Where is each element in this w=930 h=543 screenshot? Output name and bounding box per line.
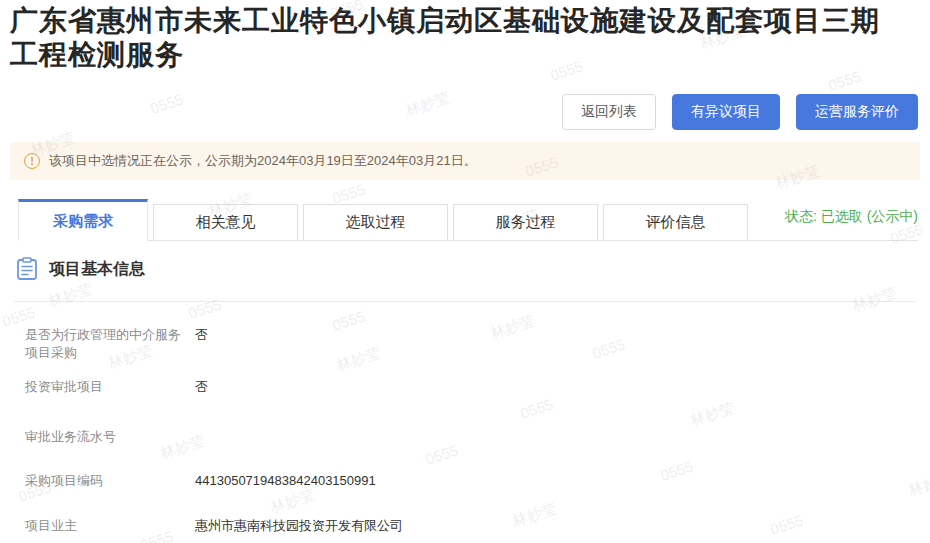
field-row-approval-serial-number: 审批业务流水号 [25,428,910,446]
tab-procurement-requirements[interactable]: 采购需求 [18,199,148,241]
back-to-list-button[interactable]: 返回列表 [562,94,656,130]
tab-related-opinions[interactable]: 相关意见 [153,204,298,240]
watermark: 林妙莹 [46,280,95,312]
publicity-alert: ! 该项目中选情况正在公示，公示期为2024年03月19日至2024年03月21… [10,142,920,180]
field-label: 是否为行政管理的中介服务项目采购 [25,326,195,362]
section-title: 项目基本信息 [49,259,145,280]
watermark: 林妙莹 [403,89,452,121]
field-label: 投资审批项目 [25,378,195,396]
field-row-procurement-project-code: 采购项目编码 4413050719483842403150991 [25,472,910,490]
field-row-intermediary-procurement: 是否为行政管理的中介服务项目采购 否 [25,326,910,362]
clipboard-icon [16,257,38,281]
tab-service-process[interactable]: 服务过程 [453,204,598,240]
field-value: 否 [195,378,208,396]
tab-bar: 采购需求 相关意见 选取过程 服务过程 评价信息 状态: 已选取 (公示中) [18,199,918,241]
project-detail-page: 广东省惠州市未来工业特色小镇启动区基础设施建设及配套项目三期工程检测服务 返回列… [0,0,930,543]
toolbar: 返回列表 有异议项目 运营服务评价 [562,94,918,130]
dispute-project-button[interactable]: 有异议项目 [672,94,780,130]
tab-selection-process[interactable]: 选取过程 [303,204,448,240]
watermark: 0555 [148,90,185,116]
watermark: 0555 [186,295,223,321]
field-row-project-owner: 项目业主 惠州市惠南科技园投资开发有限公司 [25,517,910,535]
alert-text: 该项目中选情况正在公示，公示期为2024年03月19日至2024年03月21日。 [49,152,477,170]
exclamation-circle-icon: ! [24,153,40,169]
field-label: 审批业务流水号 [25,428,195,446]
field-label: 采购项目编码 [25,472,195,490]
section-header-basic-info: 项目基本信息 [16,257,145,281]
status-badge: 状态: 已选取 (公示中) [785,208,918,232]
watermark: 林妙莹 [850,284,899,316]
section-divider [14,301,916,302]
field-value: 惠州市惠南科技园投资开发有限公司 [195,517,403,535]
page-title: 广东省惠州市未来工业特色小镇启动区基础设施建设及配套项目三期工程检测服务 [10,4,884,72]
field-value: 否 [195,326,208,344]
tab-evaluation-info[interactable]: 评价信息 [603,204,748,240]
service-evaluation-button[interactable]: 运营服务评价 [796,94,918,130]
field-row-investment-approval: 投资审批项目 否 [25,378,910,396]
field-label: 项目业主 [25,517,195,535]
field-value: 4413050719483842403150991 [195,472,376,490]
basic-info-fields: 是否为行政管理的中介服务项目采购 否 投资审批项目 否 审批业务流水号 采购项目… [25,326,910,535]
